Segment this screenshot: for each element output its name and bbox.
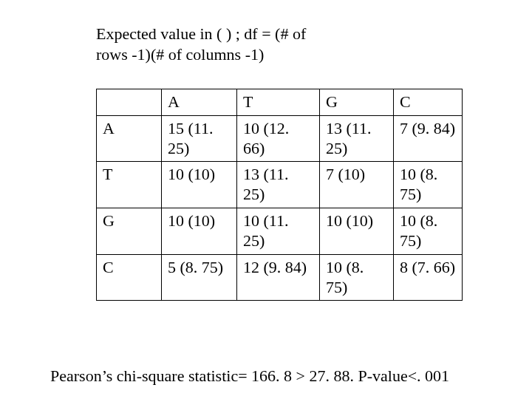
table: A T G C A 15 (11. 25) 10 (12. 66) 13 (11… <box>96 89 463 301</box>
header-col-T: T <box>237 89 320 116</box>
cell-T-G: 7 (10) <box>320 162 394 208</box>
cell-A-A: 15 (11. 25) <box>162 115 237 162</box>
cell-C-C: 8 (7. 66) <box>394 254 463 301</box>
row-label-C: C <box>97 254 162 301</box>
cell-G-T: 10 (11. 25) <box>237 208 320 255</box>
cell-G-A: 10 (10) <box>162 208 237 255</box>
cell-T-T: 13 (11. 25) <box>237 162 320 208</box>
table-row: A 15 (11. 25) 10 (12. 66) 13 (11. 25) 7 … <box>97 115 463 162</box>
cell-C-T: 12 (9. 84) <box>237 254 320 301</box>
cell-A-T: 10 (12. 66) <box>237 115 320 162</box>
cell-A-G: 13 (11. 25) <box>320 115 394 162</box>
cell-A-C: 7 (9. 84) <box>394 115 463 162</box>
cell-G-C: 10 (8. 75) <box>394 208 463 255</box>
caption-line-2: rows -1)(# of columns -1) <box>96 45 264 64</box>
table-row: C 5 (8. 75) 12 (9. 84) 10 (8. 75) 8 (7. … <box>97 254 463 301</box>
cell-T-A: 10 (10) <box>162 162 237 208</box>
slide: Expected value in ( ) ; df = (# of rows … <box>0 0 532 399</box>
caption: Expected value in ( ) ; df = (# of rows … <box>96 24 406 64</box>
header-blank <box>97 89 162 116</box>
row-label-A: A <box>97 115 162 162</box>
header-col-G: G <box>320 89 394 116</box>
table-row: T 10 (10) 13 (11. 25) 7 (10) 10 (8. 75) <box>97 162 463 208</box>
cell-C-G: 10 (8. 75) <box>320 254 394 301</box>
cell-C-A: 5 (8. 75) <box>162 254 237 301</box>
cell-G-G: 10 (10) <box>320 208 394 255</box>
row-label-T: T <box>97 162 162 208</box>
header-col-C: C <box>394 89 463 116</box>
table-header-row: A T G C <box>97 89 463 116</box>
row-label-G: G <box>97 208 162 255</box>
footer-stat: Pearson’s chi-square statistic= 166. 8 >… <box>50 366 449 386</box>
cell-T-C: 10 (8. 75) <box>394 162 463 208</box>
contingency-table: A T G C A 15 (11. 25) 10 (12. 66) 13 (11… <box>96 89 463 301</box>
header-col-A: A <box>162 89 237 116</box>
table-row: G 10 (10) 10 (11. 25) 10 (10) 10 (8. 75) <box>97 208 463 255</box>
caption-line-1: Expected value in ( ) ; df = (# of <box>96 24 306 43</box>
